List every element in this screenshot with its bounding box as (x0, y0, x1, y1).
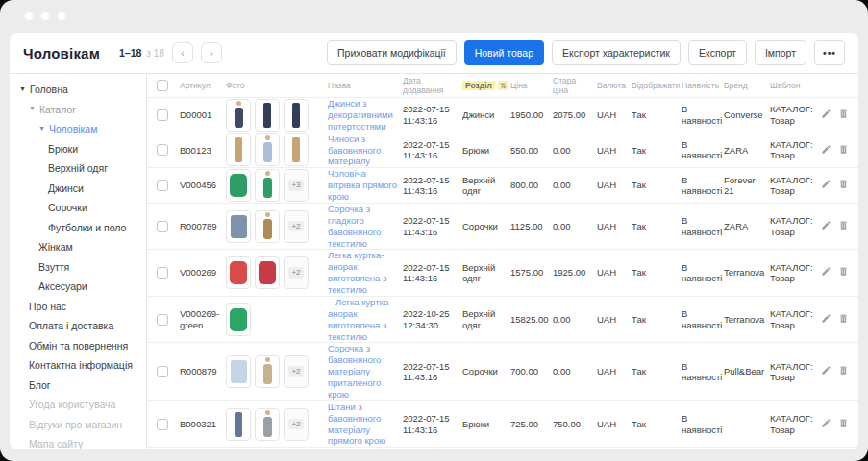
edit-icon[interactable] (821, 144, 831, 157)
more-button[interactable]: ••• (814, 40, 845, 65)
product-thumbnail[interactable] (255, 355, 280, 388)
delete-icon[interactable] (838, 266, 849, 279)
row-checkbox[interactable] (157, 180, 168, 191)
column-header-section[interactable]: Розділ⇅ (462, 81, 510, 91)
column-header-currency[interactable]: Валюта (597, 81, 632, 90)
product-thumbnail[interactable] (255, 408, 280, 441)
delete-icon[interactable] (838, 365, 849, 377)
sidebar-item-bryuky[interactable]: Брюки (10, 139, 146, 159)
column-header-photos[interactable]: Фото (226, 81, 328, 90)
edit-icon[interactable] (821, 109, 831, 121)
edit-icon[interactable] (821, 220, 831, 232)
column-header-date[interactable]: Дата додавання (403, 76, 462, 95)
product-name-link[interactable]: – Легка куртка-анорак виготовлена з текс… (328, 297, 399, 343)
sidebar-item-ugoda[interactable]: Угода користувача (10, 395, 146, 415)
product-thumbnail[interactable] (255, 210, 280, 243)
product-name-link[interactable]: Чоловіча вітрівка прямого крою (328, 168, 399, 203)
edit-icon[interactable] (821, 418, 831, 430)
product-thumbnail[interactable] (255, 99, 280, 132)
window-dot-icon[interactable] (41, 12, 49, 20)
sidebar-item-golovna[interactable]: ▼Головна (10, 80, 146, 100)
row-checkbox[interactable] (157, 109, 168, 121)
export-characteristics-button[interactable]: Експорт характеристик (552, 40, 681, 65)
column-header-name[interactable]: Назва (328, 81, 403, 90)
row-checkbox[interactable] (157, 144, 168, 156)
edit-icon[interactable] (821, 266, 831, 279)
prev-page-button[interactable]: ‹ (172, 42, 193, 63)
row-checkbox[interactable] (157, 419, 168, 430)
sidebar-item-pro-nas[interactable]: Про нас (10, 297, 146, 317)
delete-icon[interactable] (838, 220, 849, 232)
product-name-link[interactable]: Штани з бавовняного матеріалу прямого кр… (328, 401, 399, 448)
delete-icon[interactable] (838, 109, 849, 121)
edit-icon[interactable] (821, 179, 831, 191)
sidebar-item-blog[interactable]: Блог (10, 376, 146, 396)
delete-icon[interactable] (838, 179, 849, 191)
hide-modifications-button[interactable]: Приховати модифікації (327, 40, 457, 65)
row-checkbox[interactable] (157, 314, 168, 326)
product-thumbnail[interactable] (226, 303, 251, 336)
row-checkbox[interactable] (157, 221, 168, 232)
row-checkbox[interactable] (157, 267, 168, 279)
product-thumbnail[interactable] (284, 99, 309, 132)
column-header-old_price[interactable]: Стара ціна (553, 76, 597, 95)
window-dot-icon[interactable] (58, 12, 65, 20)
more-photos-thumbnail[interactable]: +2 (284, 355, 309, 388)
sidebar-item-cholovikam[interactable]: ▼Чоловікам (10, 119, 146, 139)
new-product-button[interactable]: Новий товар (464, 40, 544, 65)
edit-icon[interactable] (821, 365, 831, 377)
sidebar-item-verkhniy-odyag[interactable]: Верхній одяг (10, 158, 146, 179)
more-photos-thumbnail[interactable]: +2 (284, 408, 309, 441)
window-dot-icon[interactable] (25, 12, 33, 20)
more-photos-thumbnail[interactable]: +3 (284, 169, 309, 202)
product-thumbnail[interactable] (226, 99, 251, 132)
import-button[interactable]: Імпорт (755, 40, 806, 65)
edit-icon[interactable] (821, 313, 831, 326)
product-name-link[interactable]: Легка куртка-анорак виготовлена з тексти… (328, 250, 399, 296)
sidebar-item-zhinkam[interactable]: Жінкам (10, 237, 146, 257)
product-name-link[interactable]: Чиноси з бавовняного матеріалу (328, 133, 399, 168)
column-header-price[interactable]: Ціна (510, 81, 553, 90)
column-header-brand[interactable]: Бренд (724, 81, 770, 90)
row-checkbox[interactable] (157, 366, 168, 377)
product-thumbnail[interactable] (226, 408, 251, 441)
select-all-checkbox[interactable] (157, 80, 168, 91)
sidebar-item-mapa[interactable]: Мапа сайту (10, 434, 146, 449)
product-thumbnail[interactable] (226, 256, 251, 289)
column-header-sku[interactable]: Артикул (180, 81, 226, 90)
product-thumbnail[interactable] (226, 133, 251, 166)
product-name-link[interactable]: Сорочка з бавовняного матеріалу притален… (328, 343, 399, 400)
product-thumbnail[interactable] (226, 210, 251, 243)
product-name-link[interactable]: Чоловічі сорочки з легкого текстилю (328, 448, 399, 449)
more-photos-thumbnail[interactable]: +2 (284, 256, 309, 289)
product-name-link[interactable]: Сорочка з гладкого бавовняного текстилю (328, 204, 399, 250)
sidebar-item-kontaktna[interactable]: Контактна інформація (10, 355, 146, 376)
column-header-display[interactable]: Відображати (632, 81, 682, 90)
product-thumbnail[interactable] (255, 133, 280, 166)
next-page-button[interactable]: › (201, 42, 222, 63)
product-thumbnail[interactable] (226, 169, 251, 202)
sidebar-item-dzhynsy[interactable]: Джинси (10, 179, 146, 199)
product-thumbnail[interactable] (255, 256, 280, 289)
product-thumbnail[interactable] (255, 169, 280, 202)
sidebar-item-futbolky[interactable]: Футболки и поло (10, 218, 146, 238)
delete-icon[interactable] (838, 313, 849, 326)
sidebar-item-vzuttya[interactable]: Взуття (10, 257, 146, 278)
product-thumbnail[interactable] (226, 355, 251, 388)
more-photos-thumbnail[interactable]: +2 (284, 210, 309, 243)
product-thumbnail[interactable] (284, 133, 309, 166)
sidebar-item-sorochky[interactable]: Сорочки (10, 198, 146, 218)
product-name-link[interactable]: Джинси з декоративними потертостями (328, 98, 399, 133)
sidebar-item-obmin[interactable]: Обмін та повернення (10, 336, 146, 356)
sidebar-item-oplata[interactable]: Оплата і доставка (10, 316, 146, 336)
delete-icon[interactable] (838, 418, 849, 430)
sidebar-item-katalog[interactable]: ▼Каталог (10, 100, 146, 120)
sort-icon[interactable]: ⇅ (498, 81, 508, 91)
sidebar-item-vidguky[interactable]: Відгуки про магазин (10, 415, 146, 435)
sidebar-item-aksesuary[interactable]: Аксесуари (10, 277, 146, 297)
column-header-availability[interactable]: Наявність (682, 81, 724, 90)
column-header-template[interactable]: Шаблон (770, 81, 820, 90)
export-button[interactable]: Експорт (688, 40, 747, 65)
delete-icon[interactable] (838, 144, 849, 157)
cell-price: 725.00 (510, 419, 553, 429)
